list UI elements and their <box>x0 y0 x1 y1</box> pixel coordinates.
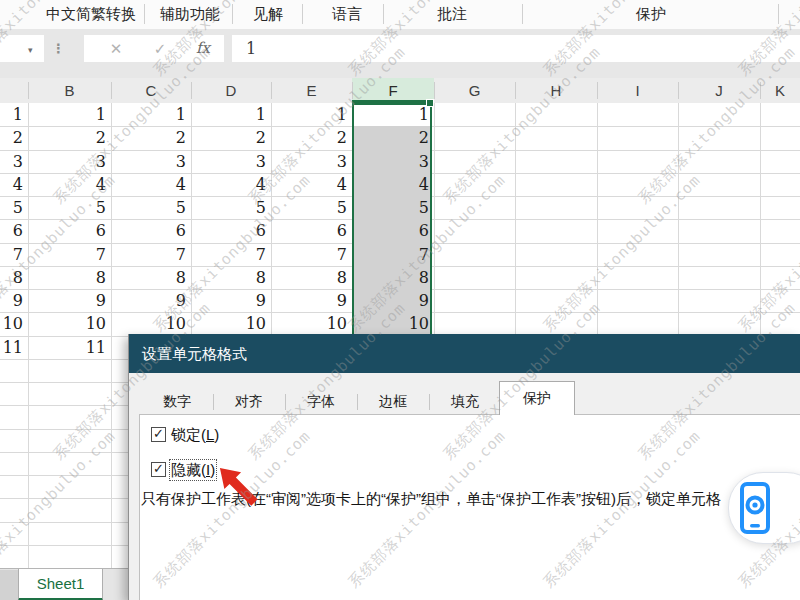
cell-A2[interactable]: 2 <box>0 126 28 149</box>
cell-D4[interactable]: 4 <box>213 173 271 196</box>
insert-function-icon[interactable]: fx <box>184 35 222 62</box>
ribbon-group-5[interactable]: 批注 <box>437 0 467 28</box>
column-header-F[interactable]: F <box>352 78 434 103</box>
cell-E5[interactable]: 5 <box>294 196 352 219</box>
cell-E10[interactable]: 10 <box>294 312 352 335</box>
cell-D5[interactable]: 5 <box>213 196 271 219</box>
cell-F5[interactable]: 5 <box>376 196 434 219</box>
menu-separator <box>522 4 523 24</box>
column-header-B[interactable]: B <box>28 78 111 103</box>
cell-C3[interactable]: 3 <box>133 150 191 173</box>
cell-E3[interactable]: 3 <box>294 150 352 173</box>
cell-E9[interactable]: 9 <box>294 289 352 312</box>
sheet-tab-sheet1[interactable]: Sheet1 <box>18 569 103 600</box>
cell-C8[interactable]: 8 <box>133 266 191 289</box>
cell-D1[interactable]: 1 <box>213 103 271 126</box>
column-header-C[interactable]: C <box>111 78 191 103</box>
cell-A1[interactable]: 1 <box>0 103 28 126</box>
ribbon-group-1[interactable]: 中文简繁转换 <box>46 0 136 28</box>
cell-C1[interactable]: 1 <box>133 103 191 126</box>
cell-E1[interactable]: 1 <box>294 103 352 126</box>
cell-D6[interactable]: 6 <box>213 219 271 242</box>
checkbox-label-隐藏[interactable]: 隐藏(I) <box>171 461 215 479</box>
cell-F7[interactable]: 7 <box>376 243 434 266</box>
column-header-I[interactable]: I <box>597 78 678 103</box>
cell-A8[interactable]: 8 <box>0 266 28 289</box>
tab-对齐[interactable]: 对齐 <box>213 387 285 415</box>
tab-保护[interactable]: 保护 <box>499 381 575 415</box>
cell-B8[interactable]: 8 <box>53 266 111 289</box>
cell-B4[interactable]: 4 <box>53 173 111 196</box>
tab-边框[interactable]: 边框 <box>357 387 429 415</box>
name-box[interactable]: ▾ <box>0 35 44 62</box>
cell-B2[interactable]: 2 <box>53 126 111 149</box>
cell-C4[interactable]: 4 <box>133 173 191 196</box>
formula-input[interactable]: 1 <box>232 35 800 62</box>
name-box-dropdown-icon[interactable]: ▾ <box>28 45 33 55</box>
cell-B6[interactable]: 6 <box>53 219 111 242</box>
formula-bar-options-icon[interactable]: ⋮ <box>52 35 65 62</box>
checkbox-label-锁定[interactable]: 锁定(L) <box>171 426 219 444</box>
cell-F9[interactable]: 9 <box>376 289 434 312</box>
cell-D8[interactable]: 8 <box>213 266 271 289</box>
ribbon-group-3[interactable]: 见解 <box>253 0 283 28</box>
cell-A11[interactable]: 11 <box>0 336 28 359</box>
cell-D7[interactable]: 7 <box>213 243 271 266</box>
cancel-icon[interactable]: ✕ <box>96 35 136 62</box>
column-header-E[interactable]: E <box>271 78 352 103</box>
cell-A7[interactable]: 7 <box>0 243 28 266</box>
cell-C7[interactable]: 7 <box>133 243 191 266</box>
cell-C5[interactable]: 5 <box>133 196 191 219</box>
cell-D10[interactable]: 10 <box>213 312 271 335</box>
cell-A5[interactable]: 5 <box>0 196 28 219</box>
cell-D3[interactable]: 3 <box>213 150 271 173</box>
dialog-titlebar[interactable]: 设置单元格格式 <box>129 334 800 373</box>
checkbox-锁定[interactable]: ✓ <box>151 427 166 442</box>
enter-icon[interactable]: ✓ <box>140 35 180 62</box>
cell-B1[interactable]: 1 <box>53 103 111 126</box>
cell-A9[interactable]: 9 <box>0 289 28 312</box>
cell-A6[interactable]: 6 <box>0 219 28 242</box>
cell-F6[interactable]: 6 <box>376 219 434 242</box>
assistant-bubble[interactable] <box>728 472 800 544</box>
ribbon-group-6[interactable]: 保护 <box>636 0 666 28</box>
column-header-K[interactable]: K <box>760 78 800 103</box>
menu-separator <box>302 4 303 24</box>
cell-E6[interactable]: 6 <box>294 219 352 242</box>
cell-F8[interactable]: 8 <box>376 266 434 289</box>
cell-C6[interactable]: 6 <box>133 219 191 242</box>
cell-B7[interactable]: 7 <box>53 243 111 266</box>
cell-B3[interactable]: 3 <box>53 150 111 173</box>
cell-E2[interactable]: 2 <box>294 126 352 149</box>
cell-F3[interactable]: 3 <box>376 150 434 173</box>
tab-数字[interactable]: 数字 <box>141 387 213 415</box>
cell-C9[interactable]: 9 <box>133 289 191 312</box>
cell-E4[interactable]: 4 <box>294 173 352 196</box>
tab-填充[interactable]: 填充 <box>429 387 501 415</box>
checkbox-隐藏[interactable]: ✓ <box>151 462 166 477</box>
cell-F4[interactable]: 4 <box>376 173 434 196</box>
ribbon-group-4[interactable]: 语言 <box>332 0 362 28</box>
cell-B9[interactable]: 9 <box>53 289 111 312</box>
cell-E7[interactable]: 7 <box>294 243 352 266</box>
tab-字体[interactable]: 字体 <box>285 387 357 415</box>
ribbon-group-2[interactable]: 辅助功能 <box>160 0 220 28</box>
cell-B10[interactable]: 10 <box>53 312 111 335</box>
column-header-J[interactable]: J <box>678 78 760 103</box>
column-header-D[interactable]: D <box>191 78 271 103</box>
cell-C10[interactable]: 10 <box>133 312 191 335</box>
cell-B11[interactable]: 11 <box>53 336 111 359</box>
cell-A4[interactable]: 4 <box>0 173 28 196</box>
cell-B5[interactable]: 5 <box>53 196 111 219</box>
cell-C2[interactable]: 2 <box>133 126 191 149</box>
cell-E8[interactable]: 8 <box>294 266 352 289</box>
cell-D2[interactable]: 2 <box>213 126 271 149</box>
selection-corner-handle[interactable] <box>426 99 434 107</box>
cell-F10[interactable]: 10 <box>376 312 434 335</box>
column-header-H[interactable]: H <box>515 78 597 103</box>
cell-D9[interactable]: 9 <box>213 289 271 312</box>
column-header-G[interactable]: G <box>434 78 515 103</box>
cell-A10[interactable]: 10 <box>0 312 28 335</box>
cell-A3[interactable]: 3 <box>0 150 28 173</box>
cell-F2[interactable]: 2 <box>376 126 434 149</box>
